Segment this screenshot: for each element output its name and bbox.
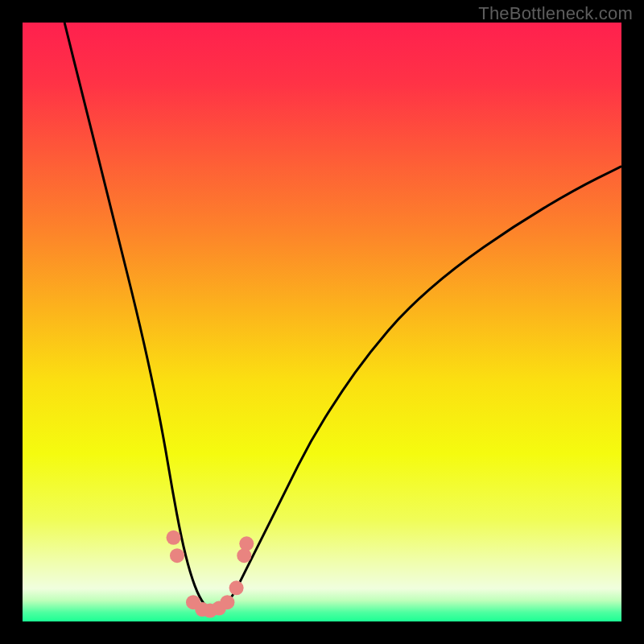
- curve-marker: [239, 536, 254, 551]
- curve-layer: [23, 23, 621, 621]
- plot-area: [23, 23, 621, 621]
- chart-frame: TheBottleneck.com: [0, 0, 644, 644]
- curve-marker: [170, 548, 184, 563]
- curve-marker: [220, 595, 234, 609]
- curve-marker: [229, 580, 244, 595]
- curve-marker: [237, 548, 251, 563]
- curve-marker: [167, 530, 181, 545]
- curve-markers: [167, 530, 254, 618]
- bottleneck-curve: [64, 23, 621, 609]
- watermark-label: TheBottleneck.com: [478, 3, 633, 24]
